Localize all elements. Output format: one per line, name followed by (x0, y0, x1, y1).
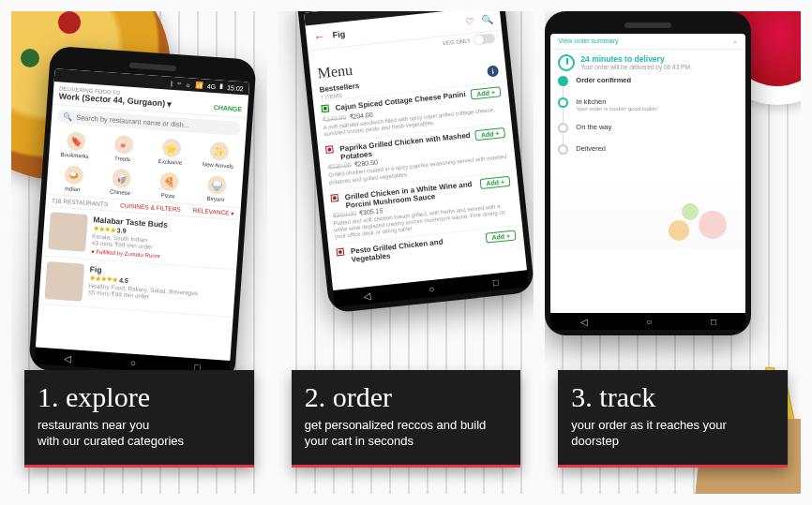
timeline-node-icon (558, 97, 568, 108)
caption-title: 2. order (305, 381, 508, 413)
timeline-node-icon (558, 76, 568, 86)
restaurant-image (44, 261, 84, 302)
screen-menu: ᛒ ⌔ ☼ 📶 4G ▮ 14:59 ← Fig ♡ 🔍 VEG ONLY Me… (304, 11, 527, 292)
nonveg-icon (336, 248, 344, 257)
caption-body: restaurants near you with our curated ca… (38, 417, 241, 450)
step-label: In kitchen (576, 97, 657, 106)
rating-value: 4.5 (119, 276, 128, 284)
cuisines-filters-button[interactable]: CUISINES & FILTERS (120, 201, 181, 214)
panel-track: View order summary ⌄ 24 minutes to deliv… (545, 11, 801, 494)
step-label: Delivered (576, 144, 606, 153)
restaurant-count: 718 RESTAURANTS (52, 197, 109, 208)
caption-card: 1. explore restaurants near you with our… (24, 370, 254, 468)
restaurant-image (48, 212, 88, 252)
chinese-icon: 🥡 (111, 169, 130, 188)
timeline-step: Order confirmed (558, 76, 738, 97)
caption-title: 3. track (571, 381, 774, 413)
cat-biryani[interactable]: 🍚Biryani (197, 174, 236, 203)
change-address-button[interactable]: CHANGE (214, 104, 243, 112)
search-icon: 🔍 (63, 112, 73, 122)
clock-icon (558, 54, 575, 71)
tracking-illustration (550, 173, 745, 248)
step-label: On the way (576, 123, 611, 131)
cat-pizza[interactable]: 🍕Pizza (149, 171, 188, 200)
screen-tracking: View order summary ⌄ 24 minutes to deliv… (550, 34, 745, 315)
caption-body: your order as it reaches your doorstep (571, 417, 774, 450)
step-sub: Your order is cookin' good lookin' (576, 106, 657, 111)
eta-row: 24 minutes to delivery Your order will b… (550, 50, 745, 76)
nonveg-icon (325, 146, 334, 155)
phone-speaker (624, 22, 671, 28)
timeline: Order confirmedIn kitchenYour order is c… (550, 76, 745, 173)
caption-card: 3. track your order as it reaches your d… (558, 370, 788, 468)
signal-icon: 📶 (195, 82, 204, 90)
indian-icon: 🍛 (64, 165, 83, 185)
phone-frame-1: ᛒ ⌔ ☼ 📶 4G ▮ 15:02 DELIVERING FOOD TO Wo… (28, 46, 257, 384)
nav-back-icon[interactable]: ◁ (362, 290, 370, 301)
nav-back-icon[interactable]: ◁ (580, 317, 588, 327)
cat-exclusive[interactable]: ⭐Exclusive (151, 138, 190, 167)
cat-indian[interactable]: 🍛Indian (53, 164, 93, 193)
veg-icon (321, 104, 329, 112)
screen-explore: ᛒ ⌔ ☼ 📶 4G ▮ 15:02 DELIVERING FOOD TO Wo… (36, 68, 249, 363)
add-button[interactable]: Add + (474, 127, 505, 141)
phone-speaker (129, 63, 176, 71)
step-label: Order confirmed (576, 76, 631, 84)
phone-frame-3: View order summary ⌄ 24 minutes to deliv… (545, 11, 751, 335)
clock-label: 15:02 (227, 83, 244, 91)
caption-card: 2. order get personalized reccos and bui… (292, 370, 521, 468)
bookmark-icon: 🔖 (66, 131, 85, 151)
veg-only-toggle[interactable] (474, 34, 495, 45)
nav-back-icon[interactable]: ◁ (64, 352, 72, 364)
panel-explore: ᛒ ⌔ ☼ 📶 4G ▮ 15:02 DELIVERING FOOD TO Wo… (11, 11, 267, 494)
cat-bookmarks[interactable]: 🔖Bookmarks (56, 130, 96, 159)
nav-recent-icon[interactable]: □ (711, 317, 716, 327)
wifi-icon: ⌔ (177, 81, 181, 87)
nav-home-icon[interactable]: ○ (429, 283, 435, 294)
nav-home-icon[interactable]: ○ (130, 357, 137, 367)
add-button[interactable]: Add + (486, 230, 517, 244)
android-navbar: ◁ ○ □ (550, 313, 745, 330)
battery-icon: ▮ (219, 82, 224, 90)
new-icon: ✨ (209, 141, 229, 161)
cat-new[interactable]: ✨New Arrivals (199, 141, 238, 170)
treats-icon: 🍬 (113, 135, 133, 155)
timeline-node-icon (558, 144, 568, 155)
cat-chinese[interactable]: 🥡Chinese (101, 168, 141, 197)
panel-order: ᛒ ⌔ ☼ 📶 4G ▮ 14:59 ← Fig ♡ 🔍 VEG ONLY Me… (278, 11, 534, 494)
network-label: 4G (207, 82, 217, 90)
timeline-node-icon (558, 123, 568, 133)
caption-title: 1. explore (38, 381, 241, 413)
timeline-step: On the way (558, 123, 738, 144)
timeline-step: In kitchenYour order is cookin' good loo… (558, 97, 738, 123)
back-button[interactable]: ← (313, 29, 325, 43)
relevance-sort-button[interactable]: RELEVANCE ▾ (192, 207, 234, 217)
eta-main: 24 minutes to delivery (580, 54, 691, 64)
phone-frame-2: ᛒ ⌔ ☼ 📶 4G ▮ 14:59 ← Fig ♡ 🔍 VEG ONLY Me… (295, 11, 534, 314)
add-button[interactable]: Add + (480, 175, 511, 188)
chevron-down-icon: ⌄ (732, 37, 738, 45)
biryani-icon: 🍚 (206, 175, 226, 195)
pizza-icon: 🍕 (158, 171, 178, 191)
veg-only-label: VEG ONLY (442, 37, 471, 46)
nav-recent-icon[interactable]: □ (492, 276, 499, 288)
bluetooth-icon: ᛒ (170, 80, 173, 86)
favorite-icon[interactable]: ♡ (465, 15, 474, 26)
cat-treats[interactable]: 🍬Treats (103, 134, 143, 163)
sun-icon: ☼ (185, 81, 191, 87)
eta-sub: Your order will be delivered by 06:43 PM… (580, 64, 691, 70)
nonveg-icon (330, 194, 338, 202)
exclusive-icon: ⭐ (161, 138, 181, 157)
nav-home-icon[interactable]: ○ (646, 317, 652, 327)
order-summary-link[interactable]: View order summary ⌄ (550, 34, 745, 50)
search-icon[interactable]: 🔍 (481, 13, 493, 24)
rating-value: 3.9 (117, 227, 127, 234)
caption-body: get personalized reccos and build your c… (305, 417, 508, 450)
timeline-step: Delivered (558, 144, 738, 166)
